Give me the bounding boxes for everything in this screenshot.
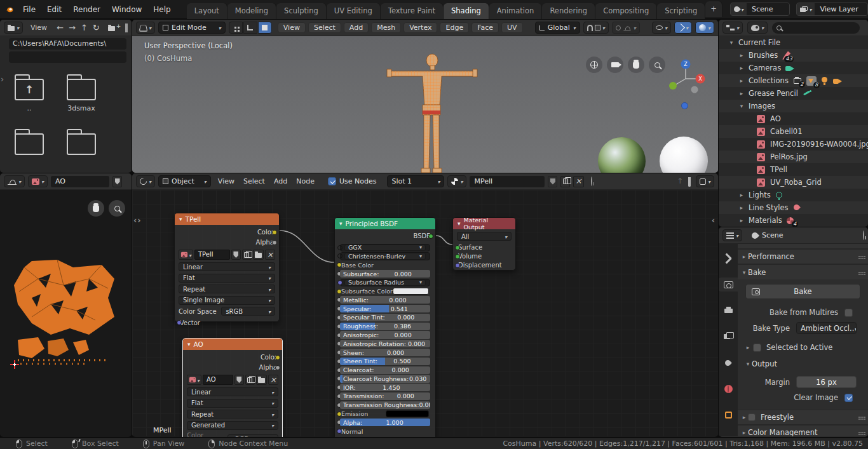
margin-field[interactable]: 16 px [796, 376, 857, 388]
fake-user-button[interactable] [234, 375, 244, 385]
edge-select-icon[interactable] [243, 22, 257, 34]
node-parameter-row[interactable]: GGX [340, 244, 430, 251]
image-browse-button[interactable] [187, 375, 201, 385]
image-browse-button[interactable] [179, 250, 193, 260]
outliner-row[interactable]: ▸ Grease Pencil [719, 87, 868, 100]
expand-icon[interactable]: ▸ [738, 217, 745, 224]
expand-icon[interactable]: ▸ [744, 344, 752, 351]
editor-type-button[interactable] [4, 175, 25, 187]
menu-item[interactable]: Render [67, 0, 106, 19]
path-field[interactable]: C:\Users\RAFA\Documents\ [9, 38, 126, 50]
node-parameter-row[interactable]: Subsurface: 0.000 [340, 270, 430, 278]
forward-icon[interactable]: → [67, 23, 78, 32]
grid-toggle-button[interactable] [586, 57, 602, 73]
proportional-editing-controls[interactable] [612, 22, 640, 34]
region-collapse-arrow[interactable]: ‹ [712, 215, 715, 225]
workspace-tab[interactable]: UV Editing [327, 3, 381, 19]
show-gizmos-button[interactable] [652, 22, 671, 34]
input-socket[interactable] [337, 253, 342, 258]
node-enum-dropdown[interactable]: Linear [179, 262, 275, 271]
viewport-menu-item[interactable]: Face [471, 22, 499, 33]
outliner-row[interactable]: ▾ Current File [719, 36, 868, 49]
color-swatch[interactable] [393, 288, 429, 295]
node-parameter-row[interactable]: Specular: 0.541 [340, 305, 430, 312]
menu-item[interactable]: Help [147, 0, 176, 19]
tab-world[interactable] [719, 382, 738, 396]
material-preview-sphere[interactable] [660, 137, 708, 173]
fake-user-button[interactable] [231, 250, 241, 260]
file-item[interactable]: .. [9, 73, 50, 112]
image-canvas[interactable] [0, 190, 132, 436]
pin-button[interactable] [863, 231, 864, 239]
mode-dropdown[interactable]: Edit Mode [158, 22, 226, 34]
image-name-field[interactable]: AO [203, 375, 233, 385]
node-enum-dropdown[interactable]: Flat [179, 274, 275, 283]
node-principled-bsdf[interactable]: ▾Principled BSDF BSDF GGX [334, 217, 436, 437]
collapse-icon[interactable]: ▾ [458, 220, 461, 227]
tab-render[interactable] [719, 278, 738, 292]
zoom-view-button[interactable] [109, 200, 125, 217]
node-parameter-row[interactable]: IOR: 1.450 [340, 384, 430, 391]
expand-icon[interactable]: ▸ [738, 192, 745, 198]
view-layer-icon[interactable] [797, 3, 815, 15]
scene-icon[interactable] [731, 3, 747, 15]
node-ao[interactable]: ▾AO Color Alpha AO [182, 338, 283, 437]
region-expand-icon[interactable]: › [1, 74, 4, 84]
shader-menu-item[interactable]: View [214, 177, 238, 185]
tab-object[interactable] [719, 408, 738, 422]
outliner-row[interactable]: ▸ Line Styles [719, 201, 868, 214]
hdri-preview-sphere[interactable] [598, 137, 646, 173]
outliner-row[interactable]: Cabell01 [719, 125, 868, 138]
file-item[interactable] [61, 128, 102, 167]
add-workspace-button[interactable]: + [705, 1, 722, 17]
clear-image-checkbox[interactable] [844, 394, 853, 402]
axis-y-ball[interactable] [681, 102, 688, 109]
node-parameter-row[interactable]: Metallic: 0.000 [340, 296, 430, 304]
viewport-menu-item[interactable]: UV [501, 22, 523, 33]
node-parameter-row[interactable]: Specular Tint: 0.000 [340, 314, 430, 321]
open-image-button[interactable] [256, 375, 267, 385]
outliner-filter-id-button[interactable] [747, 22, 768, 34]
node-parameter-row[interactable]: Anisotropic: 0.000 [340, 331, 430, 338]
node-parameter-row[interactable]: Clearcoat Roughness: 0.030 [340, 375, 430, 382]
color-space-dropdown[interactable]: sRGB [227, 434, 278, 437]
node-enum-dropdown[interactable]: Repeat [179, 285, 275, 293]
workspace-tab[interactable]: Scripting [657, 3, 705, 19]
camera-view-button[interactable] [607, 57, 623, 73]
node-parameter-row[interactable]: Normal [340, 427, 430, 435]
node-enum-dropdown[interactable]: Linear [187, 387, 278, 396]
panel-performance[interactable]: ▸Performance [738, 249, 868, 264]
expand-icon[interactable]: ▸ [738, 52, 745, 58]
outliner-row[interactable]: UV_Roba_Grid [719, 176, 868, 189]
output-socket[interactable] [272, 230, 277, 235]
open-image-button[interactable] [253, 250, 264, 260]
collapse-icon[interactable]: ▾ [744, 361, 752, 367]
node-parameter-row[interactable]: Christensen-Burley [340, 252, 430, 260]
workspace-tab[interactable]: Sculpting [276, 3, 327, 19]
tab-modifiers[interactable] [719, 434, 738, 437]
navigation-gizmo[interactable]: Z X [665, 58, 707, 100]
editor-type-button[interactable] [136, 22, 155, 34]
expand-icon[interactable]: ▸ [738, 77, 745, 84]
collapse-icon[interactable]: ▾ [187, 341, 191, 347]
color-space-dropdown[interactable]: sRGB [221, 307, 275, 316]
node-parameter-row[interactable]: Anisotropic Rotation: 0.000 [340, 340, 430, 347]
editor-type-button[interactable] [4, 22, 23, 34]
shader-menu-item[interactable]: Node [292, 177, 318, 185]
viewport-canvas[interactable]: User Perspective (Local) (0) CosHuma [132, 36, 718, 173]
face-select-icon[interactable] [258, 22, 272, 34]
copy-image-button[interactable] [242, 250, 252, 260]
refresh-icon[interactable]: ↻ [91, 23, 102, 32]
workspace-tab[interactable]: Texture Paint [381, 3, 444, 19]
overlays-button[interactable] [674, 22, 692, 34]
node-material-output[interactable]: ▾Material Output All Surface Volume [452, 217, 516, 271]
search-input[interactable] [772, 22, 860, 34]
shader-menu-item[interactable]: Select [240, 177, 269, 185]
copy-image-button[interactable] [245, 375, 255, 385]
node-parameter-row[interactable]: Clearcoat: 0.000 [340, 366, 430, 374]
bake-from-multires-checkbox[interactable] [844, 309, 853, 317]
collapse-icon[interactable]: ▾ [339, 220, 342, 227]
material-datablock-button[interactable] [447, 175, 466, 187]
tab-output[interactable] [719, 304, 738, 318]
workspace-tab[interactable]: Compositing [595, 3, 657, 19]
